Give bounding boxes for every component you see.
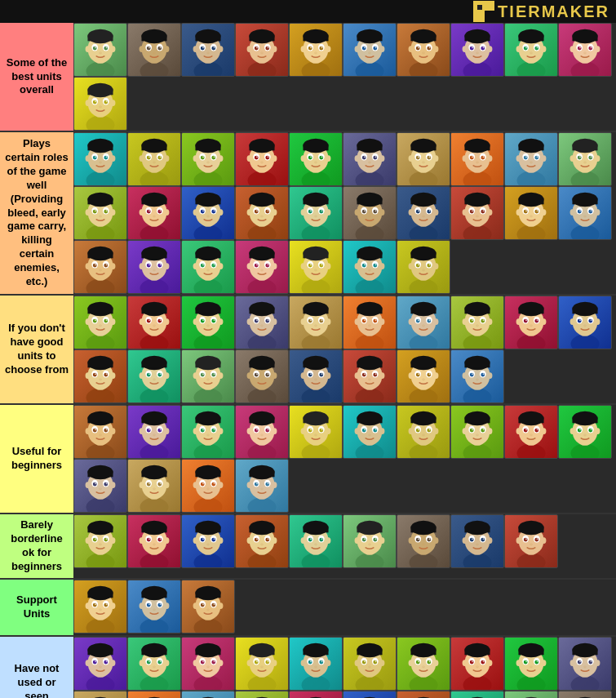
unit-c4[interactable] <box>235 405 289 459</box>
unit-b8[interactable] <box>450 296 504 349</box>
unit-f19[interactable] <box>504 691 558 698</box>
unit-s1[interactable] <box>73 23 127 77</box>
unit-b16[interactable] <box>343 349 397 403</box>
unit-a11[interactable] <box>73 186 127 240</box>
unit-f4[interactable] <box>235 637 289 691</box>
unit-a22[interactable] <box>127 240 181 294</box>
unit-c6[interactable] <box>343 405 397 459</box>
unit-a27[interactable] <box>397 240 450 294</box>
unit-c14[interactable] <box>235 459 289 513</box>
unit-a12[interactable] <box>127 186 181 240</box>
unit-c3[interactable] <box>181 405 235 459</box>
unit-a14[interactable] <box>235 186 289 240</box>
unit-b4[interactable] <box>235 296 289 349</box>
unit-f3[interactable] <box>181 637 235 691</box>
unit-s8[interactable] <box>450 23 504 77</box>
unit-a9[interactable] <box>504 132 558 186</box>
unit-a13[interactable] <box>181 186 235 240</box>
unit-f18[interactable] <box>450 691 504 698</box>
unit-c5[interactable] <box>289 405 343 459</box>
unit-f12[interactable] <box>127 691 181 698</box>
unit-c13[interactable] <box>181 459 235 513</box>
unit-d3[interactable] <box>181 514 235 568</box>
unit-b2[interactable] <box>127 296 181 349</box>
unit-a17[interactable] <box>397 186 450 240</box>
unit-b11[interactable] <box>73 349 127 403</box>
unit-s10[interactable] <box>558 23 612 77</box>
unit-f5[interactable] <box>289 637 343 691</box>
unit-f17[interactable] <box>397 691 450 698</box>
unit-b1[interactable] <box>73 296 127 349</box>
unit-a20[interactable] <box>558 186 612 240</box>
unit-d9[interactable] <box>504 514 558 568</box>
unit-f6[interactable] <box>343 637 397 691</box>
unit-f14[interactable] <box>235 691 289 698</box>
unit-f10[interactable] <box>558 637 612 691</box>
unit-f15[interactable] <box>289 691 343 698</box>
unit-s4[interactable] <box>235 23 289 77</box>
unit-b14[interactable] <box>235 349 289 403</box>
unit-c11[interactable] <box>73 459 127 513</box>
unit-f16[interactable] <box>343 691 397 698</box>
unit-a26[interactable] <box>343 240 397 294</box>
unit-c10[interactable] <box>558 405 612 459</box>
unit-a8[interactable] <box>450 132 504 186</box>
unit-f2[interactable] <box>127 637 181 691</box>
unit-a25[interactable] <box>289 240 343 294</box>
unit-b10[interactable] <box>558 296 612 349</box>
unit-f13[interactable] <box>181 691 235 698</box>
unit-s5[interactable] <box>289 23 343 77</box>
unit-a7[interactable] <box>397 132 450 186</box>
unit-f11[interactable] <box>73 691 127 698</box>
unit-b18[interactable] <box>450 349 504 403</box>
unit-b12[interactable] <box>127 349 181 403</box>
unit-c12[interactable] <box>127 459 181 513</box>
unit-c2[interactable] <box>127 405 181 459</box>
unit-a18[interactable] <box>450 186 504 240</box>
unit-a6[interactable] <box>343 132 397 186</box>
unit-a15[interactable] <box>289 186 343 240</box>
unit-s9[interactable] <box>504 23 558 77</box>
unit-a2[interactable] <box>127 132 181 186</box>
unit-f9[interactable] <box>504 637 558 691</box>
unit-b6[interactable] <box>343 296 397 349</box>
unit-b3[interactable] <box>181 296 235 349</box>
unit-e1[interactable] <box>73 580 127 634</box>
unit-a23[interactable] <box>181 240 235 294</box>
unit-f1[interactable] <box>73 637 127 691</box>
unit-a5[interactable] <box>289 132 343 186</box>
unit-d7[interactable] <box>397 514 450 568</box>
unit-b15[interactable] <box>289 349 343 403</box>
unit-s3[interactable] <box>181 23 235 77</box>
unit-d5[interactable] <box>289 514 343 568</box>
unit-c9[interactable] <box>504 405 558 459</box>
unit-s6[interactable] <box>343 23 397 77</box>
unit-a16[interactable] <box>343 186 397 240</box>
unit-a19[interactable] <box>504 186 558 240</box>
unit-b7[interactable] <box>397 296 450 349</box>
unit-f8[interactable] <box>450 637 504 691</box>
unit-a21[interactable] <box>73 240 127 294</box>
unit-c8[interactable] <box>450 405 504 459</box>
unit-d8[interactable] <box>450 514 504 568</box>
unit-c1[interactable] <box>73 405 127 459</box>
unit-a4[interactable] <box>235 132 289 186</box>
unit-b13[interactable] <box>181 349 235 403</box>
unit-f20[interactable] <box>558 691 612 698</box>
unit-a24[interactable] <box>235 240 289 294</box>
unit-c7[interactable] <box>397 405 450 459</box>
unit-d1[interactable] <box>73 514 127 568</box>
unit-a10[interactable] <box>558 132 612 186</box>
unit-b17[interactable] <box>397 349 450 403</box>
unit-d2[interactable] <box>127 514 181 568</box>
unit-d6[interactable] <box>343 514 397 568</box>
unit-b5[interactable] <box>289 296 343 349</box>
unit-s2[interactable] <box>127 23 181 77</box>
unit-a1[interactable] <box>73 132 127 186</box>
unit-e2[interactable] <box>127 580 181 634</box>
unit-d4[interactable] <box>235 514 289 568</box>
unit-a3[interactable] <box>181 132 235 186</box>
unit-b9[interactable] <box>504 296 558 349</box>
unit-s7[interactable] <box>397 23 450 77</box>
unit-s11[interactable] <box>73 77 127 131</box>
